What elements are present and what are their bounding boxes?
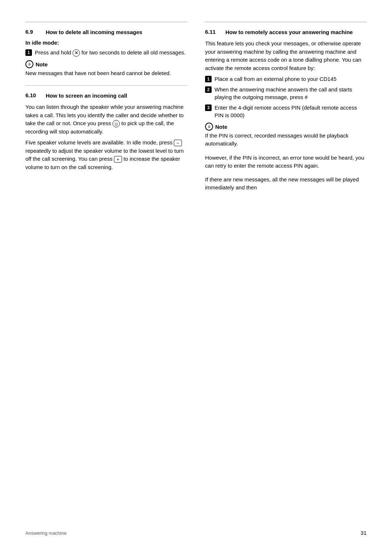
x-button-icon: ✕ xyxy=(73,49,80,57)
footer-label: Answering machine xyxy=(25,530,66,536)
section-divider-610 xyxy=(25,85,187,86)
left-column: 6.9 How to delete all incoming messages … xyxy=(25,22,187,195)
note-611-icon: ≡ xyxy=(205,123,213,131)
section-610-body1: You can listen through the speaker while… xyxy=(25,103,187,136)
section-610-header: 6.10 How to screen an incoming call xyxy=(25,92,187,99)
note-611-label: Note xyxy=(215,124,227,130)
minus-button-icon: − xyxy=(174,140,182,146)
right-column: 6.11 How to remotely access your answeri… xyxy=(205,22,367,195)
footer: Answering machine 31 xyxy=(25,530,367,536)
section-611-title: How to remotely access your answering ma… xyxy=(225,29,353,36)
page: 6.9 How to delete all incoming messages … xyxy=(0,0,392,554)
section-69-title: How to delete all incoming messages xyxy=(46,29,142,36)
section-611-intro: This feature lets you check your message… xyxy=(205,40,367,72)
step-69-1-num: 1 xyxy=(25,49,32,56)
section-69-header: 6.9 How to delete all incoming messages xyxy=(25,29,187,36)
main-columns: 6.9 How to delete all incoming messages … xyxy=(25,22,367,195)
note-69-label: Note xyxy=(36,61,48,67)
step-611-2-text: When the answering machine answers the c… xyxy=(215,86,367,101)
note-69-header: ≡ Note xyxy=(25,60,187,68)
section-611-steps: 1 Place a call from an external phone to… xyxy=(205,75,367,119)
note-611-body1: If the PIN is correct, recorded messages… xyxy=(205,132,367,148)
step-611-3: 3 Enter the 4-digit remote access PIN (d… xyxy=(205,104,367,119)
section-610-title: How to screen an incoming call xyxy=(46,92,127,99)
step-69-1: 1 Press and hold ✕ for two seconds to de… xyxy=(25,49,187,57)
top-divider-left xyxy=(25,22,187,22)
note-icon: ≡ xyxy=(25,60,33,68)
step-611-1-text: Place a call from an external phone to y… xyxy=(215,75,336,83)
section-611-header: 6.11 How to remotely access your answeri… xyxy=(205,29,367,36)
step-611-2-num: 2 xyxy=(205,86,212,93)
smiley-icon: ☺ xyxy=(113,120,120,127)
note-611-body2: However, if the PIN is incorrect, an err… xyxy=(205,154,367,170)
plus-button-icon: + xyxy=(114,156,122,163)
top-divider-right xyxy=(205,22,367,22)
section-610-body2: Five speaker volume levels are available… xyxy=(25,139,187,171)
step-611-3-text: Enter the 4-digit remote access PIN (def… xyxy=(215,104,367,119)
section-69-steps: 1 Press and hold ✕ for two seconds to de… xyxy=(25,49,187,57)
step-611-2: 2 When the answering machine answers the… xyxy=(205,86,367,101)
step-611-1: 1 Place a call from an external phone to… xyxy=(205,75,367,83)
step-611-3-num: 3 xyxy=(205,104,212,111)
section-611-num: 6.11 xyxy=(205,29,219,36)
note-69-text: New messages that have not been heard ca… xyxy=(25,69,187,77)
section-610-num: 6.10 xyxy=(25,92,39,99)
note-611-header: ≡ Note xyxy=(205,123,367,131)
footer-page-number: 31 xyxy=(360,530,367,536)
section-69-num: 6.9 xyxy=(25,29,39,36)
step-69-1-text: Press and hold ✕ for two seconds to dele… xyxy=(35,49,185,57)
step-611-1-num: 1 xyxy=(205,76,212,82)
idle-mode-heading: In idle mode: xyxy=(25,40,187,46)
note-611-body3: If there are new messages, all the new m… xyxy=(205,176,367,192)
note-611: ≡ Note If the PIN is correct, recorded m… xyxy=(205,123,367,192)
note-69: ≡ Note New messages that have not been h… xyxy=(25,60,187,77)
